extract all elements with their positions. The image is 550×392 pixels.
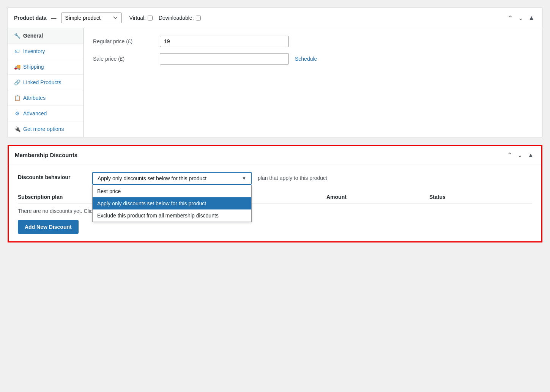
regular-price-input[interactable] <box>160 36 289 47</box>
selected-option-text: Apply only discounts set below for this … <box>98 175 206 181</box>
sidebar-label-attributes: Attributes <box>23 95 46 101</box>
option-apply-only-below[interactable]: Apply only discounts set below for this … <box>93 197 251 209</box>
membership-header-controls: ⌃ ⌄ ▲ <box>506 151 535 159</box>
col-amount: Amount <box>326 194 429 200</box>
wrench-icon: 🔧 <box>14 33 20 39</box>
sidebar-label-advanced: Advanced <box>23 110 47 116</box>
membership-collapse-toggle-button[interactable]: ▲ <box>526 151 535 159</box>
sale-price-input[interactable] <box>160 53 289 65</box>
membership-header: Membership Discounts ⌃ ⌄ ▲ <box>9 146 541 164</box>
discounts-behaviour-row: Discounts behaviour Apply only discounts… <box>18 172 532 185</box>
membership-collapse-up-button[interactable]: ⌃ <box>506 151 514 159</box>
list-icon: 📋 <box>14 95 20 101</box>
collapse-up-button[interactable]: ⌃ <box>506 14 514 22</box>
product-header-controls: ⌃ ⌄ ▲ <box>506 14 536 22</box>
sidebar-item-get-more-options[interactable]: 🔌 Get more options <box>8 121 84 137</box>
discount-behaviour-select[interactable]: Apply only discounts set below for this … <box>92 172 252 185</box>
sidebar-item-advanced[interactable]: ⚙ Advanced <box>8 106 84 121</box>
collapse-down-button[interactable]: ⌄ <box>517 14 525 22</box>
membership-collapse-down-button[interactable]: ⌄ <box>516 151 524 159</box>
downloadable-label[interactable]: Downloadable: <box>159 15 201 21</box>
collapse-toggle-button[interactable]: ▲ <box>527 14 536 22</box>
virtual-checkbox[interactable] <box>148 16 153 20</box>
membership-discounts-panel: Membership Discounts ⌃ ⌄ ▲ Discounts beh… <box>8 145 542 242</box>
discount-behaviour-dropdown-wrapper: Apply only discounts set below for this … <box>92 172 252 185</box>
plugin-icon: 🔌 <box>14 126 20 132</box>
dash-separator: — <box>51 15 57 21</box>
sidebar-item-general[interactable]: 🔧 General <box>8 28 84 44</box>
sale-price-row: Sale price (£) Schedule <box>93 53 533 65</box>
col-status: Status <box>429 194 532 200</box>
product-data-body: 🔧 General 🏷 Inventory 🚚 Shipping 🔗 Linke… <box>8 28 542 137</box>
product-type-select[interactable]: Simple product <box>61 13 122 23</box>
tag-icon: 🏷 <box>14 48 20 54</box>
virtual-label-text: Virtual: <box>129 15 146 21</box>
membership-panel-title: Membership Discounts <box>15 152 77 158</box>
gear-icon: ⚙ <box>14 110 20 116</box>
product-data-panel: Product data — Simple product Virtual: D… <box>8 8 542 137</box>
sidebar-item-linked-products[interactable]: 🔗 Linked Products <box>8 75 84 90</box>
membership-body: Discounts behaviour Apply only discounts… <box>9 164 541 241</box>
sidebar-label-linked-products: Linked Products <box>23 79 61 85</box>
regular-price-label: Regular price (£) <box>93 38 154 44</box>
sidebar-label-inventory: Inventory <box>23 48 45 54</box>
downloadable-checkbox[interactable] <box>196 16 201 20</box>
regular-price-row: Regular price (£) <box>93 36 533 47</box>
sale-price-label: Sale price (£) <box>93 56 154 62</box>
option-exclude-all[interactable]: Exclude this product from all membership… <box>93 209 251 222</box>
add-new-discount-button[interactable]: Add New Discount <box>18 220 79 234</box>
discounts-behaviour-label: Discounts behaviour <box>18 172 86 180</box>
membership-side-text: plan that apply to this product <box>258 172 327 181</box>
checkbox-group: Virtual: Downloadable: <box>129 15 201 21</box>
sidebar-label-general: General <box>23 33 43 39</box>
link-icon: 🔗 <box>14 79 20 85</box>
sidebar: 🔧 General 🏷 Inventory 🚚 Shipping 🔗 Linke… <box>8 28 84 137</box>
sidebar-item-shipping[interactable]: 🚚 Shipping <box>8 59 84 75</box>
truck-icon: 🚚 <box>14 64 20 70</box>
sidebar-item-attributes[interactable]: 📋 Attributes <box>8 90 84 106</box>
sidebar-label-shipping: Shipping <box>23 64 44 70</box>
chevron-down-icon: ▼ <box>242 176 246 181</box>
downloadable-label-text: Downloadable: <box>159 15 194 21</box>
sidebar-item-inventory[interactable]: 🏷 Inventory <box>8 44 84 59</box>
discount-behaviour-dropdown-menu: Best price Apply only discounts set belo… <box>92 185 252 222</box>
sidebar-label-get-more-options: Get more options <box>23 126 64 132</box>
general-content: Regular price (£) Sale price (£) Schedul… <box>84 28 542 137</box>
schedule-link[interactable]: Schedule <box>295 56 317 62</box>
virtual-label[interactable]: Virtual: <box>129 15 153 21</box>
product-data-header: Product data — Simple product Virtual: D… <box>8 8 542 28</box>
product-data-title: Product data <box>14 15 47 21</box>
option-best-price[interactable]: Best price <box>93 185 251 197</box>
